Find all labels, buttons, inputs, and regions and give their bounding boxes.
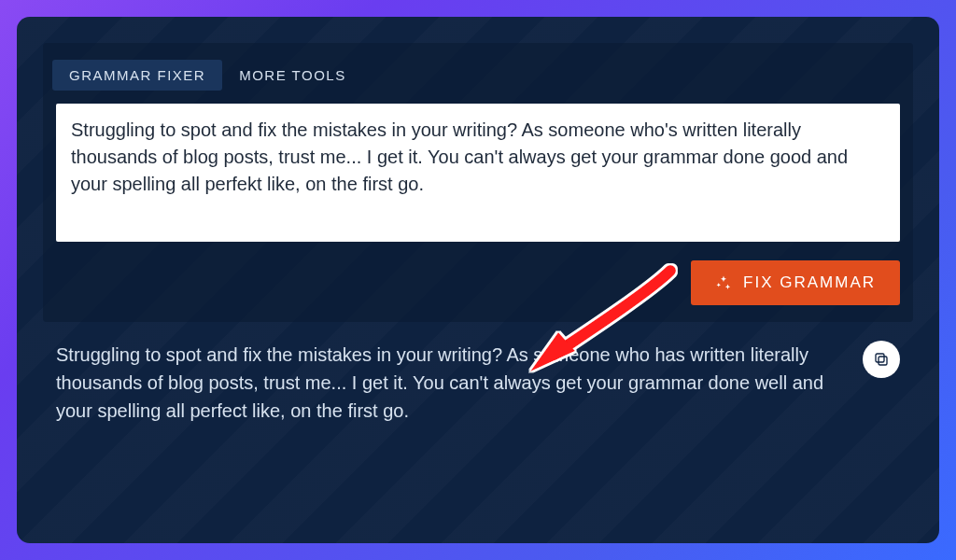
output-text: Struggling to spot and fix the mistakes … (56, 341, 900, 425)
sparkles-icon (715, 274, 732, 291)
input-panel: GRAMMAR FIXER MORE TOOLS FIX GRAMMAR (43, 43, 913, 322)
tab-more-tools[interactable]: MORE TOOLS (222, 60, 362, 91)
grammar-input[interactable] (56, 104, 900, 242)
copy-icon (873, 351, 890, 368)
copy-button[interactable] (863, 341, 900, 378)
tab-grammar-fixer[interactable]: GRAMMAR FIXER (52, 60, 222, 91)
svg-rect-0 (879, 357, 887, 365)
action-row: FIX GRAMMAR (43, 245, 913, 305)
svg-rect-1 (876, 354, 884, 362)
output-panel: Struggling to spot and fix the mistakes … (43, 341, 913, 425)
tabs-row: GRAMMAR FIXER MORE TOOLS (43, 43, 913, 104)
app-card: GRAMMAR FIXER MORE TOOLS FIX GRAMMAR Str… (17, 17, 939, 543)
fix-grammar-label: FIX GRAMMAR (743, 273, 876, 292)
fix-grammar-button[interactable]: FIX GRAMMAR (691, 260, 900, 305)
textarea-wrap (43, 104, 913, 245)
